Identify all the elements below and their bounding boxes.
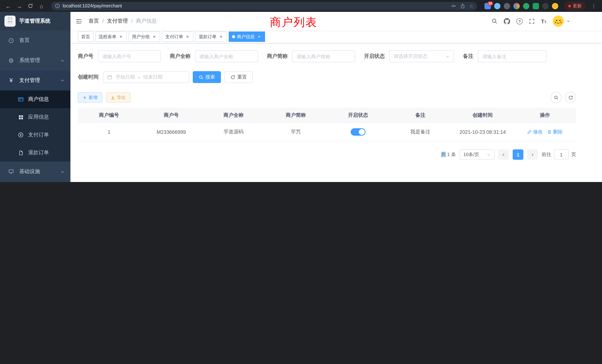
github-icon[interactable] <box>504 18 510 24</box>
update-button[interactable]: 更新 <box>564 1 586 11</box>
tab-home[interactable]: 首页 <box>78 32 93 42</box>
add-button[interactable]: 新增 <box>78 92 102 103</box>
close-icon[interactable]: × <box>257 34 262 39</box>
url-bar[interactable]: localhost:1024/pay/merchant ☆ <box>51 2 477 10</box>
sidebar-item-merchant-info[interactable]: 商户信息 <box>0 90 70 108</box>
user-menu[interactable] <box>553 16 570 27</box>
sidebar-item-infrastructure[interactable]: 基础设施 <box>0 162 70 182</box>
sidebar-item-label: 商户信息 <box>28 96 49 103</box>
extension-icon-4[interactable] <box>513 3 520 9</box>
tab-merchant-info[interactable]: 商户信息× <box>229 32 265 42</box>
close-icon[interactable]: × <box>185 34 190 39</box>
extensions-cluster: 10 <box>484 3 558 9</box>
delete-link[interactable]: 删除 <box>547 129 563 135</box>
edit-pencil-icon <box>527 130 532 134</box>
breadcrumb-home[interactable]: 首页 <box>89 18 99 24</box>
collapse-sidebar-icon[interactable] <box>76 18 82 24</box>
share-icon[interactable] <box>460 3 465 9</box>
sidebar-item-pay-order[interactable]: 支付订单 <box>0 126 70 144</box>
trash-icon <box>547 130 552 134</box>
column-header: 商户简称 <box>265 108 327 123</box>
sidebar-item-label: 支付订单 <box>28 132 49 138</box>
sidebar-item-pay[interactable]: ¥ 支付管理 <box>0 70 70 90</box>
refresh-table-button[interactable] <box>565 92 576 103</box>
toggle-search-button[interactable] <box>550 92 562 103</box>
tab-label: 商户信息 <box>237 33 255 40</box>
search-icon <box>554 95 559 100</box>
merchant-shortname-input[interactable] <box>292 50 355 62</box>
font-size-icon[interactable]: TT <box>541 18 546 24</box>
bookmark-star-icon[interactable]: ☆ <box>469 3 473 9</box>
password-key-icon[interactable] <box>451 3 456 9</box>
tab-process-form[interactable]: 流程表单× <box>95 32 127 42</box>
status-toggle[interactable] <box>351 128 366 136</box>
reset-button[interactable]: 重置 <box>225 71 253 83</box>
help-icon[interactable]: ? <box>516 18 523 24</box>
remark-input[interactable] <box>478 50 546 62</box>
refresh-icon <box>231 75 235 79</box>
sidebar-item-app-info[interactable]: 应用信息 <box>0 108 70 126</box>
sidebar-item-dev-tools[interactable]: 研发工具 <box>0 182 70 182</box>
end-date-placeholder: 结束日期 <box>143 74 162 80</box>
tab-user-group[interactable]: 用户分组× <box>129 32 160 42</box>
edit-link[interactable]: 修改 <box>527 129 543 135</box>
refund-doc-icon <box>17 150 24 156</box>
profile-emoji-icon[interactable] <box>552 3 558 9</box>
sidebar-item-system[interactable]: ⚙ 系统管理 <box>0 50 70 70</box>
tab-label: 首页 <box>81 33 90 40</box>
sidebar-item-label: 应用信息 <box>28 114 49 120</box>
content-area: 首页 / 支付管理 / 商户信息 商户列表 ? <box>70 12 602 182</box>
browser-refresh-button[interactable] <box>26 1 35 10</box>
close-icon[interactable]: × <box>218 34 224 39</box>
close-icon[interactable]: × <box>118 34 123 39</box>
range-separator: - <box>138 74 140 80</box>
merchant-fullname-label: 商户全称 <box>170 53 191 60</box>
next-page-button[interactable] <box>527 149 538 160</box>
sidebar-item-label: 系统管理 <box>19 57 40 64</box>
browser-back-button[interactable]: ← <box>4 1 13 10</box>
browser-forward-button[interactable]: → <box>15 1 24 10</box>
tab-pay-order[interactable]: 支付订单× <box>162 32 194 42</box>
extension-icon-2[interactable] <box>494 3 500 9</box>
browser-menu-button[interactable]: ⋮ <box>589 1 598 10</box>
fullscreen-icon[interactable] <box>529 18 535 24</box>
extension-icon-3[interactable] <box>504 3 510 9</box>
close-icon[interactable]: × <box>152 34 157 39</box>
user-avatar <box>553 16 564 27</box>
extension-icon-5[interactable] <box>523 3 529 9</box>
merchant-fullname-input[interactable] <box>195 50 258 62</box>
sidebar-item-home[interactable]: 首页 <box>0 30 70 50</box>
tab-refund-order[interactable]: 退款订单× <box>195 32 227 42</box>
extension-icon-6[interactable] <box>533 3 539 9</box>
browser-home-button[interactable]: ⌂ <box>37 1 46 10</box>
create-time-range-picker[interactable]: 开始日期 - 结束日期 <box>103 71 189 83</box>
app-logo[interactable]: 芋道管理系统 <box>0 12 70 30</box>
cell-status <box>327 123 389 141</box>
export-button[interactable]: 导出 <box>106 92 130 103</box>
merchant-no-input[interactable] <box>98 50 161 62</box>
column-header: 备注 <box>389 108 452 123</box>
sidebar-item-label: 首页 <box>19 37 30 44</box>
app-root: 芋道管理系统 首页 ⚙ 系统管理 <box>0 12 602 182</box>
calendar-icon <box>107 75 112 80</box>
page-info-icon[interactable] <box>55 3 60 9</box>
extension-icon-1[interactable]: 10 <box>484 3 491 9</box>
sidebar-menu: 首页 ⚙ 系统管理 ¥ 支付管理 <box>0 30 70 182</box>
pinned-extension-icon[interactable] <box>542 3 549 9</box>
chevron-down-icon <box>60 170 64 174</box>
search-icon[interactable] <box>492 18 498 24</box>
goto-page-input[interactable] <box>554 149 569 160</box>
sidebar-item-label: 基础设施 <box>19 168 40 175</box>
page-unit-label: 页 <box>571 151 576 158</box>
search-button[interactable]: 搜索 <box>193 71 221 83</box>
prev-page-button[interactable] <box>498 149 509 160</box>
sidebar-item-refund-order[interactable]: 退款订单 <box>0 144 70 162</box>
font-size-large-glyph: T <box>541 18 544 24</box>
column-header: 商户号 <box>140 108 202 123</box>
chevron-right-icon <box>530 152 535 157</box>
page-1-button[interactable]: 1 <box>513 149 523 160</box>
page-size-select[interactable]: 10条/页 <box>460 149 494 160</box>
breadcrumb-pay[interactable]: 支付管理 <box>107 18 128 24</box>
status-select[interactable]: 请选择开启状态 <box>389 50 454 62</box>
sidebar-group-pay: ¥ 支付管理 商户信息 <box>0 70 70 162</box>
